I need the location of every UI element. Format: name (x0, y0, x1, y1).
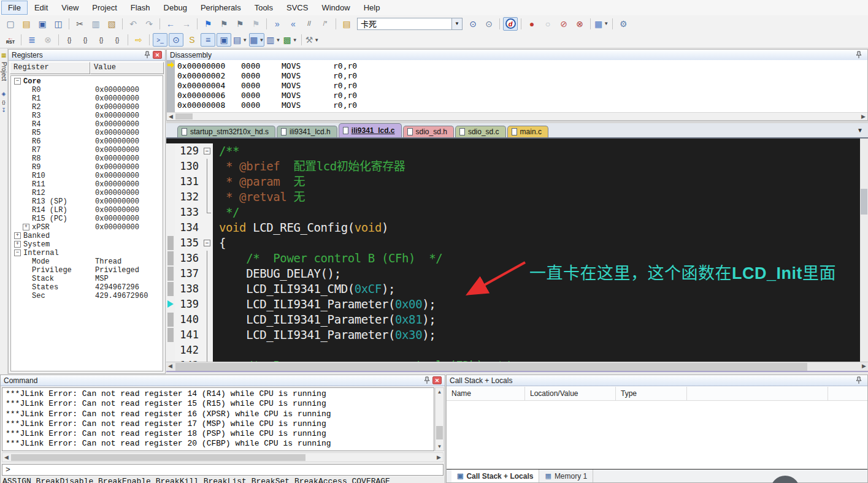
register-column-label[interactable]: Register (10, 62, 90, 74)
disassembly-line[interactable]: 0x000000080000MOVSr0,r0 (177, 101, 867, 110)
scroll-right-icon[interactable]: ▶ (859, 113, 867, 120)
tree-expand-icon[interactable]: + (14, 232, 21, 239)
uncomment-icon[interactable]: /* (318, 17, 332, 31)
show-current-statement-icon[interactable]: ⇨ (131, 33, 146, 47)
search-dropdown-icon[interactable]: ▼ (452, 18, 463, 30)
templates-tab-icon[interactable]: ↧ (1, 107, 6, 113)
new-file-icon[interactable]: ▢ (3, 17, 18, 31)
breakpoint-hollow-icon[interactable]: ○ (540, 17, 555, 31)
menu-tools[interactable]: Tools (248, 1, 280, 15)
value-column-label[interactable]: Value (90, 62, 164, 74)
breakpoint-margin[interactable] (166, 266, 175, 281)
register-row[interactable]: R13 (SP)0x00000000 (11, 197, 163, 206)
bookmark-toggle-icon[interactable]: ⚑ (201, 17, 215, 31)
configure-wrench-icon[interactable]: ⚙ (616, 17, 631, 31)
register-row[interactable]: R20x00000000 (11, 103, 163, 112)
code-line[interactable]: 132 * @retval 无 (166, 189, 868, 205)
registers-window-icon[interactable]: ≡ (201, 33, 215, 47)
disassembly-hscrollbar[interactable]: ◀ ▶ (167, 112, 867, 120)
command-window-icon[interactable]: >_ (153, 33, 167, 47)
find-icon[interactable]: ⊙ (466, 17, 480, 31)
scroll-down-icon[interactable]: ▼ (436, 443, 444, 451)
register-row[interactable]: R15 (PC)0x00000000 (11, 215, 163, 223)
register-row[interactable]: R00x00000000 (11, 86, 163, 94)
breakpoint-kill-all-icon[interactable]: ⊗ (572, 17, 587, 31)
breakpoint-margin[interactable] (166, 251, 175, 266)
step-into-icon[interactable]: {} (62, 33, 77, 47)
outdent-icon[interactable]: « (286, 17, 301, 31)
breakpoint-margin[interactable] (166, 174, 175, 189)
editor-tab-ili9341_lcd.h[interactable]: ili9341_lcd.h (277, 126, 337, 137)
command-vscrollbar[interactable]: ▲ ▼ (435, 387, 444, 451)
editor-vscrollbar[interactable] (860, 139, 868, 362)
breakpoint-margin[interactable] (166, 235, 175, 251)
comment-icon[interactable]: // (302, 17, 317, 31)
register-row[interactable]: R30x00000000 (11, 112, 163, 120)
column-header-location-value[interactable]: Location/Value (525, 387, 616, 400)
register-row[interactable]: +Banked (11, 232, 163, 240)
scroll-up-icon[interactable]: ▲ (436, 388, 444, 396)
tab-list-dropdown-icon[interactable]: ▼ (857, 127, 863, 134)
register-row[interactable]: PrivilegePrivileged (11, 266, 163, 275)
breakpoint-margin[interactable] (166, 343, 175, 358)
disassembly-content[interactable]: 0x000000000000MOVSr0,r00x000000020000MOV… (167, 60, 867, 112)
reset-cpu-icon[interactable]: ←RST (3, 33, 18, 47)
code-line[interactable]: 135−{ (166, 235, 868, 251)
register-row[interactable]: R50x00000000 (11, 129, 163, 137)
editor-tab-main.c[interactable]: main.c (507, 126, 548, 137)
indent-icon[interactable]: » (270, 17, 285, 31)
pin-icon[interactable] (423, 376, 431, 384)
tree-expand-icon[interactable]: − (14, 78, 21, 85)
paste-icon[interactable]: ▧ (104, 17, 119, 31)
navigate-back-icon[interactable]: ← (163, 17, 178, 31)
callstack-body[interactable] (447, 401, 867, 469)
save-all-icon[interactable]: ◫ (51, 17, 66, 31)
register-row[interactable]: R100x00000000 (11, 172, 163, 180)
register-row[interactable]: States4294967296 (11, 283, 163, 292)
code-line[interactable]: 130 * @brief 配置lcd初始化寄存器 (166, 159, 868, 174)
disassembly-line[interactable]: 0x000000000000MOVSr0,r0 (177, 61, 867, 71)
bottom-tab-memory-1[interactable]: ▦Memory 1 (539, 470, 593, 482)
register-row[interactable]: −Core (11, 77, 163, 86)
scroll-left-icon[interactable]: ◀ (2, 454, 10, 461)
incremental-find-icon[interactable]: ⊙ (482, 17, 496, 31)
toolbox-icon[interactable]: ⚒▼ (305, 33, 320, 47)
code-line[interactable]: 129−/** (166, 143, 868, 159)
menu-peripherals[interactable]: Peripherals (194, 1, 248, 15)
tree-expand-icon[interactable]: − (14, 249, 21, 256)
code-line[interactable]: 141 LCD_ILI9341_Parameter(0x30); (166, 327, 868, 343)
fold-column[interactable]: − (203, 143, 213, 159)
breakpoint-margin[interactable] (166, 220, 175, 235)
menu-debug[interactable]: Debug (157, 1, 194, 15)
fold-collapse-icon[interactable]: − (204, 148, 210, 154)
pin-icon[interactable] (855, 51, 862, 59)
register-row[interactable]: R60x00000000 (11, 137, 163, 146)
serial-window-icon[interactable]: ▥▼ (266, 33, 281, 47)
scroll-left-icon[interactable]: ◀ (167, 113, 175, 120)
breakpoint-toggle-icon[interactable]: ● (524, 17, 539, 31)
cut-icon[interactable]: ✂ (72, 17, 87, 31)
menu-flash[interactable]: Flash (124, 1, 157, 15)
register-row[interactable]: StackMSP (11, 275, 163, 283)
breakpoint-margin[interactable] (166, 312, 175, 327)
breakpoint-margin[interactable] (166, 327, 175, 343)
step-over-icon[interactable]: {} (78, 33, 93, 47)
scroll-thumb[interactable] (861, 189, 867, 215)
register-row[interactable]: R14 (LR)0x00000000 (11, 206, 163, 215)
editor-tab-startup_stm32f10x_hd.s[interactable]: startup_stm32f10x_hd.s (177, 126, 275, 137)
disassembly-line[interactable]: 0x000000020000MOVSr0,r0 (177, 71, 867, 81)
bookmark-clear-icon[interactable]: ⚑ (248, 17, 263, 31)
register-row[interactable]: R70x00000000 (11, 146, 163, 154)
menu-svcs[interactable]: SVCS (280, 1, 315, 15)
open-folder-icon[interactable]: ▤ (19, 17, 34, 31)
start-stop-debug-icon[interactable]: d (503, 17, 518, 31)
register-row[interactable]: +xPSR0x00000000 (11, 223, 163, 232)
column-header-type[interactable]: Type (616, 387, 687, 400)
register-row[interactable]: ModeThread (11, 257, 163, 266)
redo-icon[interactable]: ↷ (142, 17, 156, 31)
register-row[interactable]: R120x00000000 (11, 189, 163, 197)
menu-edit[interactable]: Edit (28, 1, 55, 15)
fold-collapse-icon[interactable]: − (204, 240, 210, 246)
current-line-arrow-icon[interactable] (166, 297, 175, 312)
code-line[interactable]: 142 (166, 343, 868, 358)
